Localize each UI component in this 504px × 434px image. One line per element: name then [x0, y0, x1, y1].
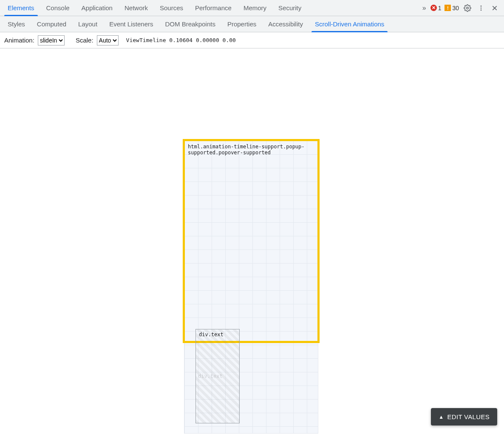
warning-count: 30	[452, 5, 459, 11]
tab-sources[interactable]: Sources	[154, 0, 189, 16]
tab-memory[interactable]: Memory	[238, 0, 272, 16]
subject-element-label: div.text	[198, 331, 224, 338]
tab-application[interactable]: Application	[76, 0, 119, 16]
svg-point-2	[481, 7, 482, 9]
tab-label: Elements	[8, 4, 34, 11]
tab-label: DOM Breakpoints	[165, 20, 215, 28]
tab-label: Console	[46, 4, 70, 11]
animation-label: Animation:	[4, 37, 34, 44]
timeline-readout: ViewTimeline 0.10604 0.00000 0.00	[126, 37, 236, 43]
sda-toolbar: Animation: slideIn Scale: Auto ViewTimel…	[0, 32, 504, 48]
tab-label: Styles	[8, 20, 25, 28]
animation-select[interactable]: slideIn	[38, 35, 65, 45]
scale-label: Scale:	[76, 37, 93, 44]
tab-console[interactable]: Console	[40, 0, 76, 16]
edit-values-button[interactable]: ▲ EDIT VALUES	[431, 408, 497, 425]
scale-select[interactable]: Auto	[97, 35, 119, 45]
settings-icon[interactable]	[462, 3, 473, 13]
tab-label: Application	[82, 4, 113, 11]
elements-sidebar-tabs: Styles Computed Layout Event Listeners D…	[0, 16, 504, 32]
edit-values-label: EDIT VALUES	[447, 413, 490, 420]
subtab-accessibility[interactable]: Accessibility	[262, 16, 309, 32]
subject-element-ghost-label: div.text	[198, 373, 223, 379]
tab-label: Accessibility	[268, 20, 303, 28]
tab-label: Memory	[244, 4, 266, 11]
tab-security[interactable]: Security	[272, 0, 307, 16]
devtools-main-tabbar: Elements Console Application Network Sou…	[0, 0, 504, 16]
subtab-styles[interactable]: Styles	[2, 16, 31, 32]
tab-label: Sources	[160, 4, 183, 11]
subtab-event-listeners[interactable]: Event Listeners	[103, 16, 159, 32]
tab-label: Performance	[195, 4, 232, 11]
sda-visualization: html.animation-timeline-support.popup-su…	[0, 48, 504, 434]
tab-label: Network	[125, 4, 148, 11]
svg-point-3	[481, 9, 482, 11]
more-tabs-icon[interactable]: »	[422, 4, 427, 12]
close-icon[interactable]	[490, 3, 500, 13]
warning-count-badge[interactable]: ! 30	[445, 5, 459, 11]
triangle-up-icon: ▲	[439, 414, 444, 420]
subtab-layout[interactable]: Layout	[72, 16, 103, 32]
tab-label: Computed	[37, 20, 66, 28]
tab-performance[interactable]: Performance	[189, 0, 238, 16]
root-node-label: html.animation-timeline-support.popup-su…	[187, 143, 314, 157]
kebab-menu-icon[interactable]	[476, 3, 486, 13]
tab-label: Properties	[227, 20, 256, 28]
subtab-scroll-driven-animations[interactable]: Scroll-Driven Animations	[309, 16, 390, 32]
subtab-computed[interactable]: Computed	[31, 16, 72, 32]
tab-label: Scroll-Driven Animations	[315, 20, 384, 28]
subtab-properties[interactable]: Properties	[221, 16, 262, 32]
tab-network[interactable]: Network	[119, 0, 154, 16]
error-count: 1	[438, 5, 442, 11]
tab-label: Security	[278, 4, 301, 11]
error-count-badge[interactable]: ✕ 1	[430, 5, 442, 11]
warning-icon: !	[445, 5, 451, 11]
subtab-dom-breakpoints[interactable]: DOM Breakpoints	[159, 16, 221, 32]
error-icon: ✕	[430, 5, 437, 11]
tab-elements[interactable]: Elements	[2, 0, 40, 16]
tab-label: Layout	[78, 20, 97, 28]
devtools-toolbar-right: » ✕ 1 ! 30	[422, 3, 502, 13]
svg-point-1	[481, 6, 482, 7]
svg-point-0	[467, 7, 469, 9]
tab-label: Event Listeners	[109, 20, 153, 28]
